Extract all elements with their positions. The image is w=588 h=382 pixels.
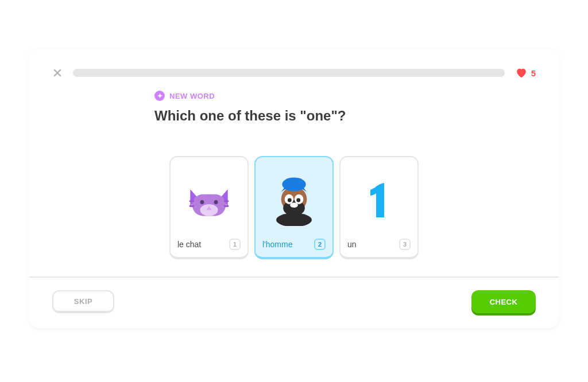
heart-icon <box>515 67 528 79</box>
check-button[interactable]: CHECK <box>471 290 536 313</box>
svg-rect-8 <box>224 200 229 202</box>
cat-icon <box>177 163 241 237</box>
option-key: 2 <box>314 239 326 250</box>
svg-point-12 <box>282 177 305 191</box>
svg-rect-7 <box>189 205 195 207</box>
lesson-card: 5 ✦ NEW WORD Which one of these is "one"… <box>29 49 559 328</box>
option-word: le chat <box>177 240 201 249</box>
new-word-badge: ✦ NEW WORD <box>154 91 434 101</box>
prompt-text: Which one of these is "one"? <box>154 108 434 124</box>
man-icon <box>262 163 326 237</box>
option-card-3[interactable]: un 3 <box>339 156 419 259</box>
svg-point-18 <box>296 198 300 202</box>
svg-point-3 <box>200 204 218 216</box>
option-card-2[interactable]: l'homme 2 <box>254 156 334 259</box>
sparkle-icon: ✦ <box>154 91 165 101</box>
lesson-content: ✦ NEW WORD Which one of these is "one"? <box>52 79 536 259</box>
option-key: 1 <box>229 239 241 250</box>
option-word: un <box>347 240 357 249</box>
options-row: le chat 1 <box>154 156 434 259</box>
svg-point-5 <box>214 200 218 204</box>
top-bar: 5 <box>52 67 536 79</box>
option-card-1[interactable]: le chat 1 <box>169 156 249 259</box>
numeral-one-icon <box>347 163 411 237</box>
option-word: l'homme <box>262 240 292 249</box>
option-key: 3 <box>399 239 411 250</box>
bottom-bar: SKIP CHECK <box>52 278 536 313</box>
close-icon[interactable] <box>52 68 63 78</box>
hearts-counter[interactable]: 5 <box>515 67 536 79</box>
svg-rect-9 <box>224 205 229 207</box>
svg-point-4 <box>200 200 204 204</box>
svg-point-17 <box>288 198 292 202</box>
progress-bar <box>73 69 505 77</box>
hearts-count: 5 <box>531 68 536 78</box>
new-word-label: NEW WORD <box>169 92 215 100</box>
svg-rect-6 <box>189 200 195 202</box>
skip-button[interactable]: SKIP <box>52 290 114 313</box>
